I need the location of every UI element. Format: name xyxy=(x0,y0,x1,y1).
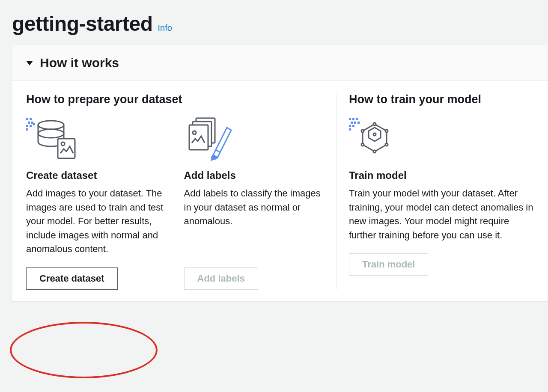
svg-rect-8 xyxy=(33,123,35,125)
panel-title: How it works xyxy=(40,56,119,70)
svg-rect-10 xyxy=(58,139,75,158)
train-icon xyxy=(349,116,534,163)
step-desc: Add images to your dataset. The images a… xyxy=(26,187,167,256)
svg-rect-4 xyxy=(28,122,30,124)
svg-point-30 xyxy=(361,143,364,146)
svg-point-29 xyxy=(373,150,376,153)
svg-rect-25 xyxy=(349,128,351,131)
svg-rect-20 xyxy=(351,122,353,124)
svg-rect-21 xyxy=(354,122,356,124)
train-model-section: How to train your model xyxy=(337,93,534,290)
step-title: Create dataset xyxy=(26,169,167,181)
svg-rect-2 xyxy=(26,118,28,120)
page-title: getting-started xyxy=(12,12,153,36)
step-add-labels: Add labels Add labels to classify the im… xyxy=(184,116,325,290)
labels-icon xyxy=(184,116,325,163)
svg-rect-24 xyxy=(352,125,354,127)
page-header: getting-started Info xyxy=(0,0,548,44)
svg-rect-6 xyxy=(26,125,28,127)
panel-header[interactable]: How it works xyxy=(12,45,548,81)
svg-point-27 xyxy=(385,130,388,132)
svg-point-26 xyxy=(373,123,376,125)
section-title-prepare: How to prepare your dataset xyxy=(26,93,325,106)
svg-point-28 xyxy=(385,143,388,146)
svg-point-32 xyxy=(373,133,376,136)
svg-rect-7 xyxy=(30,125,32,127)
svg-rect-9 xyxy=(26,128,28,131)
svg-rect-3 xyxy=(30,118,32,120)
section-title-train: How to train your model xyxy=(349,93,534,106)
caret-down-icon xyxy=(26,61,33,65)
svg-rect-22 xyxy=(357,122,360,124)
svg-rect-23 xyxy=(349,125,351,127)
step-title: Add labels xyxy=(184,169,325,181)
train-steps: Train model Train your model with your d… xyxy=(349,116,534,276)
svg-rect-18 xyxy=(352,118,354,120)
step-desc: Add labels to classify the images in you… xyxy=(184,187,325,229)
step-desc: Train your model with your dataset. Afte… xyxy=(349,187,534,242)
svg-point-31 xyxy=(361,130,364,132)
step-train-model: Train model Train your model with your d… xyxy=(349,116,534,276)
svg-point-0 xyxy=(38,121,64,129)
how-it-works-panel: How it works How to prepare your dataset xyxy=(12,44,548,301)
add-labels-button[interactable]: Add labels xyxy=(184,267,258,290)
svg-rect-17 xyxy=(349,118,351,120)
svg-point-1 xyxy=(38,129,64,138)
svg-rect-14 xyxy=(189,125,208,150)
train-model-button[interactable]: Train model xyxy=(349,253,428,276)
info-link[interactable]: Info xyxy=(158,23,172,33)
prepare-dataset-section: How to prepare your dataset xyxy=(26,93,337,290)
create-dataset-button[interactable]: Create dataset xyxy=(26,267,118,290)
step-create-dataset: Create dataset Add images to your datase… xyxy=(26,116,167,290)
annotation-highlight xyxy=(10,322,158,378)
prepare-steps: Create dataset Add images to your datase… xyxy=(26,116,325,290)
panel-body: How to prepare your dataset xyxy=(12,81,548,301)
dataset-icon xyxy=(26,116,167,163)
step-title: Train model xyxy=(349,169,534,181)
svg-rect-19 xyxy=(356,118,358,120)
